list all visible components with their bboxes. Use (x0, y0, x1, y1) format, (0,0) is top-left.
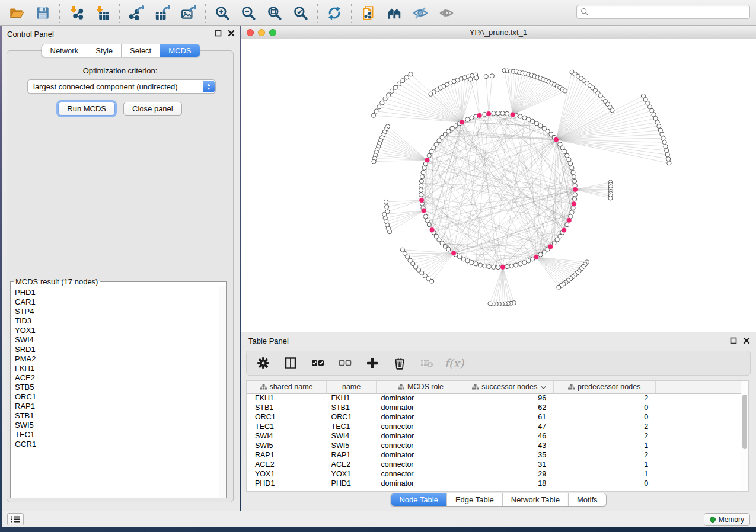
column-header-name[interactable]: name (327, 381, 377, 393)
add-column-icon[interactable] (365, 356, 379, 370)
table-row[interactable]: STB1STB1dominator620 (247, 403, 742, 412)
column-header-shared-name[interactable]: shared name (247, 381, 327, 393)
control-panel-tabs: Network Style Select MCDS (41, 44, 200, 57)
zoom-out-icon[interactable] (240, 5, 257, 21)
mcds-result-item[interactable]: STB1 (15, 411, 218, 421)
zoom-selected-icon[interactable] (292, 5, 309, 21)
mcds-result-item[interactable]: PMA2 (15, 354, 218, 364)
first-neighbors-icon[interactable] (386, 5, 403, 21)
mcds-result-list[interactable]: PHD1CAR1STP4TID3YOX1SWI4SRD1PMA2FKH1ACE2… (11, 286, 226, 498)
mcds-result-item[interactable]: TID3 (15, 316, 218, 326)
column-header-MCDS-role[interactable]: MCDS role (377, 381, 465, 393)
network-window-titlebar[interactable]: YPA_prune.txt_1 (241, 26, 756, 39)
export-image-icon[interactable] (180, 5, 197, 21)
table-row[interactable]: SWI4SWI4dominator462 (247, 431, 742, 441)
mcds-result-item[interactable]: GCR1 (15, 440, 218, 449)
mcds-result-item[interactable]: ORC1 (15, 392, 218, 402)
mcds-result-item[interactable]: YOX1 (15, 326, 218, 335)
mcds-result-item[interactable]: STB5 (15, 383, 218, 392)
table-row[interactable]: FKH1FKH1dominator962 (247, 393, 742, 403)
table-panel: Table Panel f(x) shared namenameMCDS rol… (241, 332, 756, 511)
table-scrollbar[interactable] (741, 382, 748, 491)
node-table: shared namenameMCDS rolesuccessor nodesp… (246, 380, 749, 492)
select-all-icon[interactable] (311, 356, 325, 370)
mcds-result-scrollbar[interactable] (219, 286, 226, 498)
column-header-successor-nodes[interactable]: successor nodes (465, 381, 553, 393)
table-panel-title: Table Panel (248, 336, 289, 345)
optimization-criterion-label: Optimization criterion: (7, 66, 233, 75)
column-header-filler (655, 381, 742, 393)
run-mcds-button[interactable]: Run MCDS (58, 102, 115, 116)
tab-style[interactable]: Style (87, 44, 122, 57)
delete-table-icon (420, 356, 434, 370)
search-box[interactable] (576, 5, 750, 19)
tab-network-table[interactable]: Network Table (503, 493, 569, 506)
mcds-result-item[interactable]: SWI4 (15, 335, 218, 345)
network-from-selection-icon[interactable] (360, 5, 377, 21)
mcds-result-item[interactable]: RAP1 (15, 402, 218, 411)
float-window-icon[interactable] (215, 30, 222, 37)
tab-edge-table[interactable]: Edge Table (447, 493, 503, 506)
mcds-result-item[interactable]: STP4 (15, 307, 218, 316)
network-window-title: YPA_prune.txt_1 (241, 28, 756, 37)
save-session-icon[interactable] (34, 5, 51, 21)
delete-column-icon[interactable] (393, 356, 407, 370)
close-icon[interactable] (743, 337, 750, 344)
table-row[interactable]: YOX1YOX1connector291 (247, 469, 742, 479)
network-graph[interactable] (241, 39, 756, 332)
zoom-in-icon[interactable] (214, 5, 231, 21)
close-panel-button[interactable]: Close panel (123, 102, 182, 116)
memory-label: Memory (719, 515, 744, 524)
tab-motifs[interactable]: Motifs (569, 493, 606, 506)
import-network-icon[interactable] (68, 5, 85, 21)
mcds-result-title: MCDS result (17 nodes) (14, 277, 100, 286)
tab-network[interactable]: Network (42, 44, 87, 57)
refresh-view-icon[interactable] (326, 5, 343, 21)
network-canvas[interactable] (241, 39, 756, 332)
close-icon[interactable] (228, 30, 235, 37)
criterion-dropdown[interactable]: largest connected component (undirected)… (27, 79, 216, 94)
tab-node-table[interactable]: Node Table (391, 493, 447, 506)
table-row[interactable]: ACE2ACE2connector311 (247, 460, 742, 469)
tab-mcds[interactable]: MCDS (160, 44, 199, 57)
main-toolbar (0, 0, 756, 26)
import-table-icon[interactable] (94, 5, 111, 21)
table-row[interactable]: RAP1RAP1dominator352 (247, 450, 742, 460)
list-icon (11, 515, 20, 523)
table-row[interactable]: ORC1ORC1dominator610 (247, 412, 742, 422)
dropdown-stepper-icon: ▲▼ (203, 81, 215, 92)
table-row[interactable]: SWI5SWI5connector431 (247, 441, 742, 450)
column-layout-icon[interactable] (283, 356, 298, 370)
hide-selected-icon[interactable] (412, 5, 429, 21)
mcds-result-item[interactable]: SRD1 (15, 345, 218, 354)
mcds-result-item[interactable]: FKH1 (15, 364, 218, 373)
table-row[interactable]: TEC1TEC1connector472 (247, 422, 742, 431)
mcds-result-item[interactable]: ACE2 (15, 373, 218, 383)
zoom-fit-icon[interactable] (266, 5, 283, 21)
deselect-all-icon[interactable] (338, 356, 352, 370)
status-bar: Memory (2, 511, 756, 527)
memory-button[interactable]: Memory (704, 513, 750, 526)
search-input[interactable] (589, 8, 746, 17)
export-table-icon[interactable] (154, 5, 171, 21)
settings-gear-icon[interactable] (256, 356, 270, 370)
mcds-result-item[interactable]: SWI5 (15, 421, 218, 430)
memory-status-icon (710, 517, 716, 523)
show-all-icon[interactable] (438, 5, 455, 21)
float-window-icon[interactable] (730, 337, 737, 344)
table-tabs: Node Table Edge Table Network Table Moti… (390, 493, 606, 507)
open-file-icon[interactable] (8, 5, 25, 21)
column-header-predecessor-nodes[interactable]: predecessor nodes (553, 381, 655, 393)
table-row[interactable]: PHD1PHD1dominator180 (247, 479, 742, 488)
mcds-result-item[interactable]: PHD1 (15, 288, 218, 297)
control-panel: Control Panel Network Style Select MCDS … (2, 26, 240, 511)
mcds-result-box: MCDS result (17 nodes) PHD1CAR1STP4TID3Y… (10, 277, 227, 498)
task-history-button[interactable] (7, 513, 24, 525)
mcds-result-item[interactable]: TEC1 (15, 430, 218, 440)
tab-select[interactable]: Select (122, 44, 160, 57)
export-network-icon[interactable] (128, 5, 145, 21)
control-panel-title: Control Panel (7, 30, 54, 39)
mcds-tab-pane: Optimization criterion: largest connecte… (7, 50, 234, 502)
mcds-result-item[interactable]: CAR1 (15, 297, 218, 307)
function-builder-icon: f(x) (447, 356, 461, 370)
